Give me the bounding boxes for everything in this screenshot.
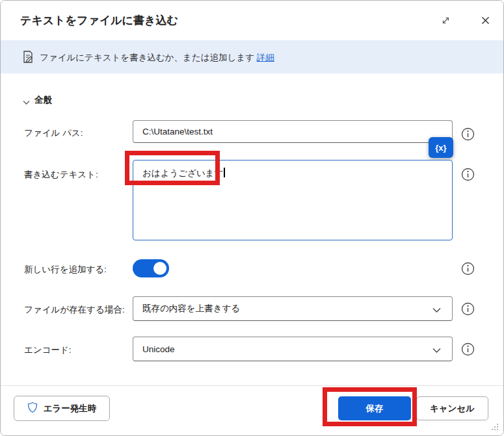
text-to-write-value: おはようございます	[142, 168, 223, 178]
write-text-to-file-dialog: テキストをファイルに書き込む	[0, 0, 504, 436]
file-path-info-icon[interactable]	[461, 127, 475, 141]
on-error-button[interactable]: エラー発生時	[14, 396, 110, 421]
dialog-title: テキストをファイルに書き込む	[20, 13, 178, 28]
chevron-down-icon[interactable]	[22, 96, 31, 108]
details-link[interactable]: 詳細	[257, 53, 274, 62]
if-file-exists-dropdown[interactable]: 既存の内容を上書きする	[133, 296, 453, 321]
file-path-value: C:\Utatane\test.txt	[142, 127, 213, 136]
close-dialog-button[interactable]	[476, 14, 494, 29]
text-to-write-textarea[interactable]: おはようございます	[133, 160, 453, 240]
resize-grip[interactable]	[490, 422, 499, 433]
dialog-titlebar: テキストをファイルに書き込む	[1, 1, 503, 40]
file-path-label: ファイル パス:	[24, 127, 83, 139]
if-file-exists-label: ファイルが存在する場合:	[24, 304, 124, 316]
text-cursor	[224, 168, 225, 177]
shield-icon	[27, 402, 38, 415]
encoding-label: エンコード:	[24, 344, 72, 356]
edit-document-icon	[21, 50, 35, 67]
if-file-exists-value: 既存の内容を上書きする	[142, 303, 240, 314]
action-description-text: ファイルにテキストを書き込むか、または追加します 詳細	[40, 52, 274, 64]
append-new-line-label: 新しい行を追加する:	[24, 264, 107, 276]
close-icon	[481, 16, 490, 27]
on-error-label: エラー発生時	[44, 403, 97, 415]
cancel-button[interactable]: キャンセル	[416, 396, 488, 420]
text-to-write-label: 書き込むテキスト:	[24, 169, 98, 181]
resize-diagonal-icon	[441, 16, 451, 27]
variable-picker-button[interactable]: {x}	[429, 137, 453, 158]
encoding-dropdown[interactable]: Unicode	[133, 337, 453, 361]
description-message: ファイルにテキストを書き込むか、または追加します	[40, 53, 254, 62]
chevron-down-icon	[432, 305, 442, 315]
file-path-input[interactable]: C:\Utatane\test.txt	[133, 120, 453, 143]
action-description-banner: ファイルにテキストを書き込むか、または追加します 詳細	[1, 40, 503, 73]
text-to-write-info-icon[interactable]	[461, 168, 475, 181]
chevron-down-icon	[432, 346, 442, 355]
if-file-exists-info-icon[interactable]	[461, 302, 475, 316]
save-button[interactable]: 保存	[338, 396, 411, 420]
dialog-footer: エラー発生時 保存 キャンセル	[1, 385, 503, 436]
encoding-value: Unicode	[142, 344, 175, 354]
append-new-line-info-icon[interactable]	[461, 262, 475, 276]
toggle-knob	[153, 262, 166, 275]
append-new-line-toggle[interactable]	[133, 259, 169, 277]
section-general-label[interactable]: 全般	[34, 94, 52, 106]
encoding-info-icon[interactable]	[461, 342, 475, 356]
expand-dialog-button[interactable]	[436, 14, 455, 29]
